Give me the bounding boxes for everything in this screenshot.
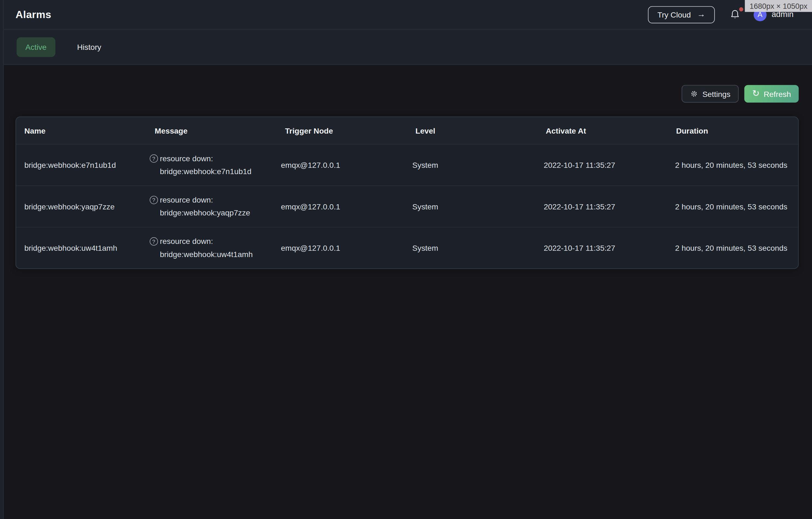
alarm-duration: 2 hours, 20 minutes, 53 seconds	[667, 161, 798, 169]
column-header-name: Name	[16, 126, 146, 135]
column-header-activate-at: Activate At	[538, 126, 668, 135]
alarms-table: Name Message Trigger Node Level Activate…	[16, 117, 799, 269]
settings-button[interactable]: Settings	[682, 85, 739, 103]
alarm-message: resource down:	[160, 152, 252, 165]
alarm-message-detail: bridge:webhook:uw4t1amh	[160, 248, 253, 261]
viewport-size-text: 1680px × 1050px	[750, 2, 807, 10]
try-cloud-button[interactable]: Try Cloud →	[648, 6, 715, 23]
notification-dot	[739, 7, 743, 11]
refresh-icon: ↻	[752, 89, 759, 98]
alarm-name: bridge:webhook:e7n1ub1d	[16, 161, 147, 169]
column-header-duration: Duration	[668, 126, 798, 135]
help-icon[interactable]: ?	[149, 237, 157, 246]
alarm-activate-at: 2022-10-17 11:35:27	[535, 243, 667, 252]
refresh-label: Refresh	[764, 89, 791, 98]
table-header-row: Name Message Trigger Node Level Activate…	[16, 117, 798, 144]
alarm-message: resource down:	[160, 235, 253, 248]
table-row: bridge:webhook:yaqp7zze ? resource down:…	[16, 185, 798, 227]
bell-icon	[729, 9, 741, 20]
alarm-trigger-node: emqx@127.0.0.1	[272, 202, 404, 211]
refresh-button[interactable]: ↻ Refresh	[745, 85, 799, 103]
alarm-message-cell: ? resource down: bridge:webhook:e7n1ub1d	[147, 152, 272, 178]
alarm-message-cell: ? resource down: bridge:webhook:uw4t1amh	[147, 235, 272, 261]
toolbar: Settings ↻ Refresh	[16, 85, 799, 103]
page-title: Alarms	[16, 8, 52, 21]
column-header-level: Level	[407, 126, 538, 135]
help-icon[interactable]: ?	[149, 154, 157, 163]
alarm-level: System	[404, 202, 535, 211]
main-content: Settings ↻ Refresh Name Message Trigger …	[0, 85, 812, 269]
settings-label: Settings	[702, 89, 730, 98]
alarm-activate-at: 2022-10-17 11:35:27	[535, 161, 667, 169]
alarm-duration: 2 hours, 20 minutes, 53 seconds	[667, 243, 798, 252]
arrow-right-icon: →	[697, 10, 705, 19]
alarm-level: System	[404, 161, 535, 169]
tab-active[interactable]: Active	[17, 37, 56, 57]
alarm-duration: 2 hours, 20 minutes, 53 seconds	[667, 202, 798, 211]
notifications-button[interactable]	[729, 9, 741, 20]
alarm-level: System	[404, 243, 535, 252]
column-header-message: Message	[146, 126, 277, 135]
table-row: bridge:webhook:uw4t1amh ? resource down:…	[16, 227, 798, 268]
table-row: bridge:webhook:e7n1ub1d ? resource down:…	[16, 144, 798, 185]
alarm-message-detail: bridge:webhook:yaqp7zze	[160, 206, 250, 219]
alarm-message-cell: ? resource down: bridge:webhook:yaqp7zze	[147, 194, 272, 219]
tab-history[interactable]: History	[68, 37, 110, 57]
app-header: Alarms Try Cloud → A admin	[0, 0, 812, 30]
column-header-trigger-node: Trigger Node	[277, 126, 407, 135]
gear-icon	[690, 89, 698, 98]
alarm-trigger-node: emqx@127.0.0.1	[272, 161, 404, 169]
alarm-tabs: Active History	[0, 30, 812, 65]
alarm-trigger-node: emqx@127.0.0.1	[272, 243, 404, 252]
alarm-name: bridge:webhook:uw4t1amh	[16, 243, 147, 252]
alarm-message-detail: bridge:webhook:e7n1ub1d	[160, 165, 252, 178]
alarm-activate-at: 2022-10-17 11:35:27	[535, 202, 667, 211]
alarm-message: resource down:	[160, 194, 250, 206]
viewport-size-badge: 1680px × 1050px	[745, 0, 812, 12]
alarms-page: Alarms Try Cloud → A admin 1680p	[0, 0, 812, 519]
try-cloud-label: Try Cloud	[657, 10, 691, 19]
alarm-name: bridge:webhook:yaqp7zze	[16, 202, 147, 211]
help-icon[interactable]: ?	[149, 196, 157, 204]
sidebar-edge	[0, 0, 4, 519]
